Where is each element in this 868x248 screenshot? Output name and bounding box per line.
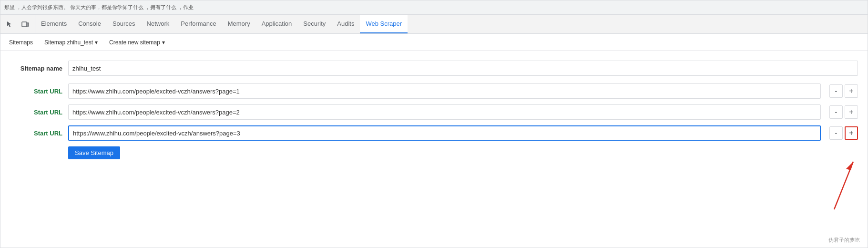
sub-tab-sitemaps[interactable]: Sitemaps <box>4 37 38 48</box>
url-label-2: Start URL <box>10 109 62 116</box>
sitemap-dropdown-label: Sitemap zhihu_test <box>44 39 93 46</box>
tab-web-scraper[interactable]: Web Scraper <box>360 15 408 33</box>
sub-toolbar: Sitemaps Sitemap zhihu_test ▾ Create new… <box>0 34 868 51</box>
sub-tab-sitemap-dropdown[interactable]: Sitemap zhihu_test ▾ <box>40 37 102 48</box>
url-btn-group-1: - + <box>829 84 858 98</box>
tab-audits[interactable]: Audits <box>331 15 360 33</box>
svg-line-2 <box>834 162 853 209</box>
tab-list: Elements Console Sources Network Perform… <box>35 15 868 33</box>
url-row-3: Start URL - + <box>10 125 858 141</box>
url-plus-btn-3[interactable]: + <box>845 126 858 140</box>
url-minus-btn-1[interactable]: - <box>829 84 843 98</box>
url-input-wrapper-2 <box>68 104 821 120</box>
url-minus-btn-3[interactable]: - <box>829 126 843 140</box>
url-input-2[interactable] <box>68 104 821 120</box>
sitemap-dropdown-arrow-icon: ▾ <box>95 39 98 46</box>
tab-network[interactable]: Network <box>141 15 175 33</box>
sitemap-name-label: Sitemap name <box>10 65 62 72</box>
sub-tab-create-new[interactable]: Create new sitemap ▾ <box>104 37 170 48</box>
create-new-label: Create new sitemap <box>109 39 160 46</box>
url-label-3: Start URL <box>10 130 62 137</box>
save-row: Save Sitemap <box>10 146 858 159</box>
device-icon[interactable] <box>20 19 31 30</box>
tab-sources[interactable]: Sources <box>107 15 141 33</box>
tab-elements[interactable]: Elements <box>35 15 72 33</box>
save-sitemap-button[interactable]: Save Sitemap <box>68 146 120 159</box>
main-content: Sitemap name Start URL - + Start URL - + <box>0 51 868 169</box>
url-label-1: Start URL <box>10 88 62 95</box>
tab-application[interactable]: Application <box>256 15 298 33</box>
devtools-toolbar: Elements Console Sources Network Perform… <box>0 15 868 34</box>
sitemap-name-row: Sitemap name <box>10 61 858 76</box>
url-input-1[interactable] <box>68 83 821 99</box>
create-new-arrow-icon: ▾ <box>162 39 165 46</box>
tab-security[interactable]: Security <box>297 15 331 33</box>
watermark: 伪君子的萝吃 <box>828 237 860 244</box>
tab-console[interactable]: Console <box>72 15 107 33</box>
url-input-3[interactable] <box>68 125 821 141</box>
tab-performance[interactable]: Performance <box>175 15 222 33</box>
url-input-wrapper-3 <box>68 125 821 141</box>
sitemap-name-input[interactable] <box>68 61 858 76</box>
url-row-2: Start URL - + <box>10 104 858 120</box>
url-btn-group-2: - + <box>829 105 858 119</box>
browser-top-bar: 那里 ，人会学到很多东西。 你天大的事，都是你学知了什么 ，拥有了什么 ，作业 <box>0 0 868 15</box>
url-row-1: Start URL - + <box>10 83 858 99</box>
url-plus-btn-1[interactable]: + <box>845 84 858 98</box>
svg-rect-0 <box>22 22 27 27</box>
url-input-wrapper-1 <box>68 83 821 99</box>
url-btn-group-3: - + <box>829 126 858 140</box>
toolbar-icons-group <box>0 15 35 33</box>
url-plus-btn-2[interactable]: + <box>845 105 858 119</box>
tab-memory[interactable]: Memory <box>222 15 256 33</box>
cursor-icon[interactable] <box>4 19 16 30</box>
url-minus-btn-2[interactable]: - <box>829 105 843 119</box>
devtools-window: 那里 ，人会学到很多东西。 你天大的事，都是你学知了什么 ，拥有了什么 ，作业 … <box>0 0 868 248</box>
svg-rect-1 <box>27 23 29 26</box>
browser-top-bar-text: 那里 ，人会学到很多东西。 你天大的事，都是你学知了什么 ，拥有了什么 ，作业 <box>4 4 194 11</box>
